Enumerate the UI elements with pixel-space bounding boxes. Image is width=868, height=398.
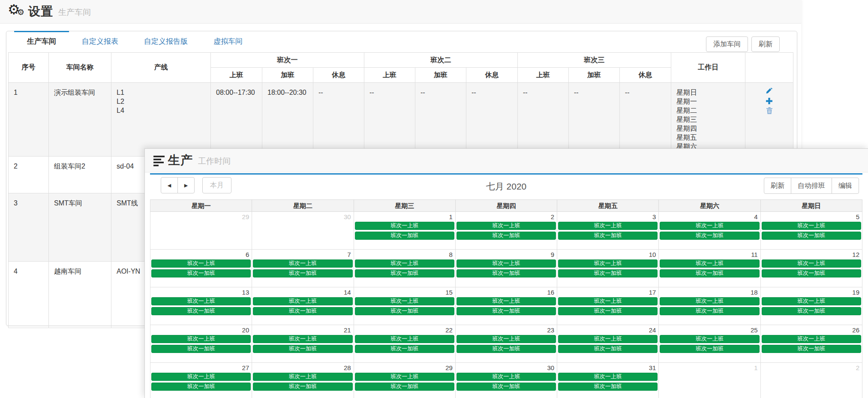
shift-overtime-event[interactable]: 班次一加班 <box>558 383 658 391</box>
shift-overtime-event[interactable]: 班次一加班 <box>253 307 352 315</box>
shift-overtime-event[interactable]: 班次一加班 <box>660 232 759 240</box>
shift-work-event[interactable]: 班次一上班 <box>151 373 251 381</box>
shift-overtime-event[interactable]: 班次一加班 <box>457 307 556 315</box>
day-cell[interactable]: 15班次一上班班次一加班 <box>354 287 456 325</box>
shift-overtime-event[interactable]: 班次一加班 <box>660 269 759 277</box>
shift-work-event[interactable]: 班次一上班 <box>558 335 658 343</box>
day-cell[interactable]: 29 <box>150 212 252 250</box>
shift-overtime-event[interactable]: 班次一加班 <box>355 383 454 391</box>
shift-work-event[interactable]: 班次一上班 <box>151 259 251 268</box>
shift-work-event[interactable]: 班次一上班 <box>558 222 658 230</box>
day-cell[interactable]: 24班次一上班班次一加班 <box>557 325 659 363</box>
shift-overtime-event[interactable]: 班次一加班 <box>151 269 251 277</box>
day-cell[interactable]: 30 <box>252 212 354 250</box>
tab-自定义报告版[interactable]: 自定义报告版 <box>131 31 201 51</box>
day-cell[interactable]: 8班次一上班班次一加班 <box>354 250 456 287</box>
shift-overtime-event[interactable]: 班次一加班 <box>762 307 861 315</box>
trash-icon[interactable] <box>766 107 773 114</box>
shift-work-event[interactable]: 班次一上班 <box>457 297 556 305</box>
shift-overtime-event[interactable]: 班次一加班 <box>355 269 454 277</box>
day-cell[interactable]: 2班次一上班班次一加班 <box>456 212 557 250</box>
day-cell[interactable]: 26班次一上班班次一加班 <box>761 325 862 363</box>
shift-work-event[interactable]: 班次一上班 <box>558 259 658 268</box>
day-cell[interactable]: 14班次一上班班次一加班 <box>252 287 354 325</box>
day-cell[interactable]: 1班次一上班班次一加班 <box>354 212 456 250</box>
shift-overtime-event[interactable]: 班次一加班 <box>151 307 251 315</box>
shift-work-event[interactable]: 班次一上班 <box>457 335 556 343</box>
day-cell[interactable]: 3班次一上班班次一加班 <box>557 212 659 250</box>
shift-work-event[interactable]: 班次一上班 <box>660 222 759 230</box>
shift-work-event[interactable]: 班次一上班 <box>355 335 454 343</box>
shift-overtime-event[interactable]: 班次一加班 <box>558 232 658 240</box>
calendar-edit-button[interactable]: 编辑 <box>832 178 859 194</box>
shift-overtime-event[interactable]: 班次一加班 <box>558 307 658 315</box>
shift-work-event[interactable]: 班次一上班 <box>457 373 556 381</box>
shift-work-event[interactable]: 班次一上班 <box>762 297 861 305</box>
day-cell[interactable]: 31班次一上班班次一加班 <box>557 363 659 398</box>
day-cell[interactable]: 7班次一上班班次一加班 <box>252 250 354 287</box>
day-cell[interactable]: 22班次一上班班次一加班 <box>354 325 456 363</box>
day-cell[interactable]: 11班次一上班班次一加班 <box>659 250 760 287</box>
shift-overtime-event[interactable]: 班次一加班 <box>457 383 556 391</box>
shift-work-event[interactable]: 班次一上班 <box>253 373 352 381</box>
day-cell[interactable]: 13班次一上班班次一加班 <box>150 287 252 325</box>
day-cell[interactable]: 18班次一上班班次一加班 <box>659 287 760 325</box>
shift-work-event[interactable]: 班次一上班 <box>660 335 759 343</box>
day-cell[interactable]: 25班次一上班班次一加班 <box>659 325 760 363</box>
shift-overtime-event[interactable]: 班次一加班 <box>558 269 658 277</box>
pencil-icon[interactable] <box>766 88 773 95</box>
refresh-button[interactable]: 刷新 <box>751 36 780 52</box>
day-cell[interactable]: 30班次一上班班次一加班 <box>456 363 557 398</box>
day-cell[interactable]: 23班次一上班班次一加班 <box>456 325 557 363</box>
shift-work-event[interactable]: 班次一上班 <box>762 335 861 343</box>
day-cell[interactable]: 19班次一上班班次一加班 <box>761 287 862 325</box>
day-cell[interactable]: 10班次一上班班次一加班 <box>557 250 659 287</box>
day-cell[interactable]: 5班次一上班班次一加班 <box>761 212 862 250</box>
calendar-refresh-button[interactable]: 刷新 <box>764 178 791 194</box>
shift-overtime-event[interactable]: 班次一加班 <box>457 269 556 277</box>
shift-overtime-event[interactable]: 班次一加班 <box>151 345 251 353</box>
shift-overtime-event[interactable]: 班次一加班 <box>457 345 556 353</box>
shift-overtime-event[interactable]: 班次一加班 <box>457 232 556 240</box>
shift-work-event[interactable]: 班次一上班 <box>355 297 454 305</box>
shift-work-event[interactable]: 班次一上班 <box>660 259 759 268</box>
shift-work-event[interactable]: 班次一上班 <box>355 222 454 230</box>
shift-overtime-event[interactable]: 班次一加班 <box>558 345 658 353</box>
shift-work-event[interactable]: 班次一上班 <box>762 259 861 268</box>
shift-work-event[interactable]: 班次一上班 <box>457 222 556 230</box>
shift-overtime-event[interactable]: 班次一加班 <box>253 383 352 391</box>
shift-overtime-event[interactable]: 班次一加班 <box>355 232 454 240</box>
day-cell[interactable]: 29班次一上班班次一加班 <box>354 363 456 398</box>
shift-overtime-event[interactable]: 班次一加班 <box>355 307 454 315</box>
shift-overtime-event[interactable]: 班次一加班 <box>762 269 861 277</box>
shift-work-event[interactable]: 班次一上班 <box>558 373 658 381</box>
shift-work-event[interactable]: 班次一上班 <box>253 335 352 343</box>
tab-自定义报表[interactable]: 自定义报表 <box>69 31 131 51</box>
day-cell[interactable]: 27班次一上班班次一加班 <box>150 363 252 398</box>
shift-overtime-event[interactable]: 班次一加班 <box>660 307 759 315</box>
day-cell[interactable]: 16班次一上班班次一加班 <box>456 287 557 325</box>
shift-overtime-event[interactable]: 班次一加班 <box>151 383 251 391</box>
day-cell[interactable]: 17班次一上班班次一加班 <box>557 287 659 325</box>
shift-work-event[interactable]: 班次一上班 <box>457 259 556 268</box>
shift-work-event[interactable]: 班次一上班 <box>355 373 454 381</box>
plus-icon[interactable] <box>766 97 773 105</box>
shift-overtime-event[interactable]: 班次一加班 <box>762 232 861 240</box>
shift-work-event[interactable]: 班次一上班 <box>558 297 658 305</box>
shift-work-event[interactable]: 班次一上班 <box>253 259 352 268</box>
day-cell[interactable]: 20班次一上班班次一加班 <box>150 325 252 363</box>
day-cell[interactable]: 4班次一上班班次一加班 <box>659 212 760 250</box>
shift-work-event[interactable]: 班次一上班 <box>151 335 251 343</box>
shift-overtime-event[interactable]: 班次一加班 <box>253 269 352 277</box>
shift-overtime-event[interactable]: 班次一加班 <box>253 345 352 353</box>
day-cell[interactable]: 12班次一上班班次一加班 <box>761 250 862 287</box>
shift-work-event[interactable]: 班次一上班 <box>762 222 861 230</box>
day-cell[interactable]: 2 <box>761 363 862 398</box>
auto-schedule-button[interactable]: 自动排班 <box>791 178 832 194</box>
add-workshop-button[interactable]: 添加车间 <box>706 36 748 52</box>
day-cell[interactable]: 21班次一上班班次一加班 <box>252 325 354 363</box>
shift-overtime-event[interactable]: 班次一加班 <box>762 345 861 353</box>
tab-生产车间[interactable]: 生产车间 <box>14 31 69 51</box>
day-cell[interactable]: 1 <box>659 363 760 398</box>
shift-overtime-event[interactable]: 班次一加班 <box>355 345 454 353</box>
